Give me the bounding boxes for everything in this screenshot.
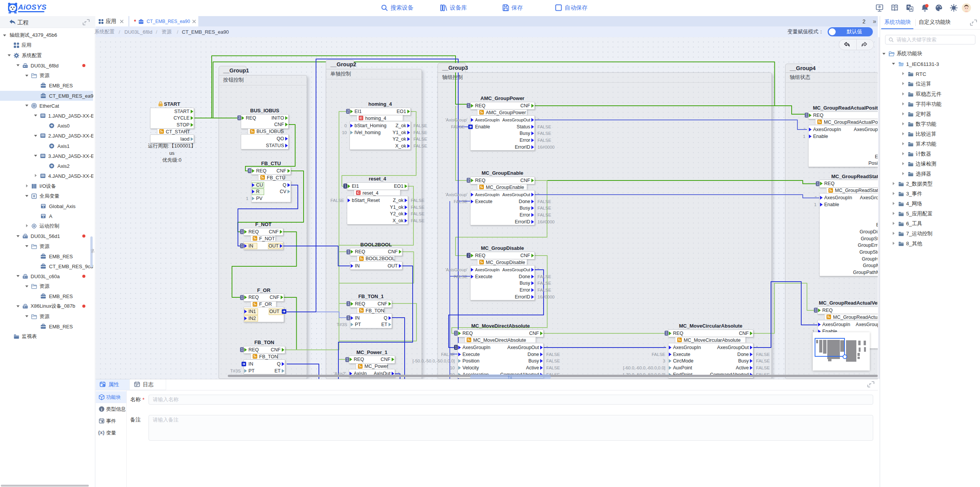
- svg-text:i: i: [101, 407, 102, 412]
- svg-text:x: x: [42, 205, 44, 208]
- svg-text:x: x: [42, 215, 44, 218]
